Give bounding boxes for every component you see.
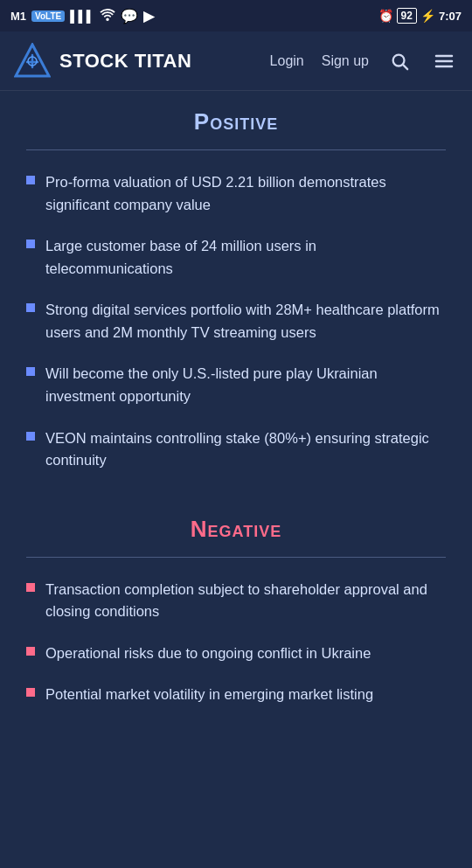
bullet-icon [26,240,35,248]
wifi-icon [100,9,115,24]
signal-icon: ▌▌▌ [70,10,94,23]
nav-links: Login Sign up [270,47,458,75]
menu-button[interactable] [430,47,458,75]
bullet-icon [26,647,35,656]
hamburger-icon [434,51,455,72]
item-text: Potential market volatility in emerging … [45,684,373,706]
positive-list: Pro-forma valuation of USD 2.21 billion … [26,171,446,472]
status-left: M1 VoLTE ▌▌▌ 💬 ▶ [10,8,154,24]
bullet-icon [26,176,35,184]
list-item: Transaction completion subject to shareh… [26,579,446,623]
item-text: Will become the only U.S.-listed pure pl… [45,363,446,407]
list-item: Will become the only U.S.-listed pure pl… [26,363,446,407]
item-text: Large customer base of 24 million users … [45,235,446,280]
positive-section: Positive Pro-forma valuation of USD 2.21… [26,108,446,472]
logo-area: STOCK TITAN [14,43,191,80]
bullet-icon [26,303,35,312]
login-link[interactable]: Login [270,53,304,69]
list-item: Strong digital services portfolio with 2… [26,299,446,344]
item-text: Pro-forma valuation of USD 2.21 billion … [45,171,446,216]
list-item: Potential market volatility in emerging … [26,684,446,706]
navbar: STOCK TITAN Login Sign up [0,31,472,91]
battery-indicator: 92 [397,8,417,24]
bullet-icon [26,583,35,592]
status-bar: M1 VoLTE ▌▌▌ 💬 ▶ ⏰ 92 ⚡ 7:07 [0,0,472,31]
alarm-icon: ⏰ [378,9,393,23]
bolt-icon: ⚡ [420,9,435,23]
item-text: Transaction completion subject to shareh… [45,579,446,623]
negative-divider [26,557,446,558]
bullet-icon [26,688,35,697]
list-item: Pro-forma valuation of USD 2.21 billion … [26,171,446,216]
carrier-label: M1 [10,10,26,23]
main-content: Positive Pro-forma valuation of USD 2.21… [0,91,472,868]
list-item: VEON maintains controlling stake (80%+) … [26,427,446,472]
signup-link[interactable]: Sign up [322,53,369,69]
positive-divider [26,149,446,150]
negative-section: Negative Transaction completion subject … [26,516,446,706]
logo-icon [14,43,51,80]
item-text: Operational risks due to ongoing conflic… [45,642,371,665]
bullet-icon [26,367,35,376]
list-item: Operational risks due to ongoing conflic… [26,642,446,665]
status-right: ⏰ 92 ⚡ 7:07 [378,8,462,24]
time-display: 7:07 [439,10,462,23]
search-button[interactable] [386,48,413,74]
negative-title-wrapper: Negative [26,516,446,543]
item-text: Strong digital services portfolio with 2… [45,299,446,344]
svg-line-4 [403,65,407,69]
list-item: Large customer base of 24 million users … [26,235,446,280]
youtube-icon: ▶ [143,8,154,24]
whatsapp-icon: 💬 [121,8,138,24]
negative-list: Transaction completion subject to shareh… [26,579,446,706]
positive-title: Positive [194,108,278,135]
logo-text: STOCK TITAN [59,50,191,73]
negative-title: Negative [191,516,281,542]
search-icon [390,52,409,71]
item-text: VEON maintains controlling stake (80%+) … [45,427,446,472]
positive-title-wrapper: Positive [26,108,446,135]
bullet-icon [26,432,35,441]
volte-badge: VoLTE [31,10,65,22]
